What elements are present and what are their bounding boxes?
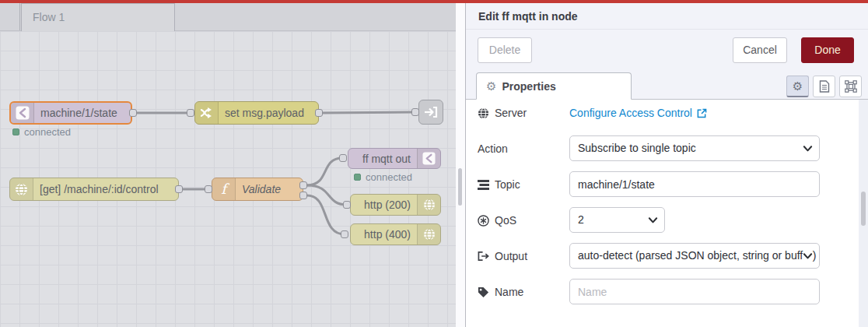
- node-label: Validate: [236, 178, 303, 200]
- node-http-in[interactable]: [get] /machine/:id/control: [9, 178, 179, 201]
- status-dot-connected: [12, 128, 19, 135]
- document-icon: [819, 80, 830, 93]
- chevron-down-icon: [803, 144, 813, 153]
- globe-icon: [478, 107, 489, 119]
- node-http-response-200[interactable]: http (200): [350, 194, 441, 216]
- qos-label: QoS: [478, 213, 516, 227]
- node-status: connected: [12, 126, 71, 138]
- panel-header: Edit ff mqtt in node: [466, 3, 868, 30]
- node-label: http (400): [351, 224, 417, 244]
- configure-access-control-link[interactable]: Configure Access Control: [569, 106, 707, 120]
- delete-button[interactable]: Delete: [478, 37, 532, 63]
- mqtt-out-icon: [417, 149, 440, 168]
- server-label: Server: [478, 106, 527, 120]
- node-function[interactable]: f Validate: [212, 178, 303, 201]
- globe-icon: [10, 178, 33, 200]
- output-label: Output: [478, 249, 527, 263]
- output-port-2[interactable]: [299, 192, 307, 199]
- input-port[interactable]: [187, 109, 194, 117]
- properties-form: Server Configure Access Control Action S…: [466, 100, 859, 327]
- topic-list-icon: [478, 180, 489, 190]
- status-text: connected: [366, 171, 412, 183]
- panel-splitter[interactable]: [456, 3, 465, 327]
- node-status: connected: [354, 171, 412, 183]
- topic-input[interactable]: [569, 171, 820, 197]
- qos-icon: [478, 215, 489, 227]
- output-port-1[interactable]: [299, 181, 307, 189]
- mqtt-in-icon: [11, 103, 34, 123]
- change-icon: [195, 102, 219, 124]
- chevron-down-icon: [648, 216, 658, 225]
- edit-node-panel: Edit ff mqtt in node Delete Cancel Done …: [465, 3, 868, 327]
- node-link-out[interactable]: [418, 100, 443, 125]
- link-out-icon: [419, 100, 443, 124]
- globe-icon: [417, 195, 440, 215]
- node-label: set msg.payload: [219, 102, 318, 124]
- status-dot-connected: [354, 174, 361, 181]
- description-tab-button[interactable]: [813, 76, 835, 97]
- name-input[interactable]: [569, 279, 820, 304]
- tab-properties-label: Properties: [502, 80, 555, 93]
- qos-select[interactable]: 2: [569, 207, 665, 233]
- flow-canvas[interactable]: Flow 1 machine/1/state connected: [0, 3, 456, 327]
- panel-toolbar: Delete Cancel Done: [466, 30, 868, 72]
- topic-label: Topic: [478, 178, 520, 192]
- input-port[interactable]: [411, 108, 419, 116]
- tag-icon: [478, 287, 489, 298]
- gear-icon: ⚙: [793, 80, 803, 92]
- node-label: http (200): [351, 195, 417, 215]
- cancel-button[interactable]: Cancel: [733, 37, 787, 63]
- wire[interactable]: [307, 185, 347, 205]
- output-select[interactable]: auto-detect (parsed JSON object, string …: [569, 243, 820, 269]
- input-port[interactable]: [341, 230, 348, 238]
- node-mqtt-out[interactable]: ff mqtt out: [348, 148, 441, 169]
- top-accent-bar: [0, 0, 868, 3]
- action-label: Action: [478, 142, 508, 156]
- properties-tab-button[interactable]: ⚙: [786, 76, 809, 97]
- gear-icon: ⚙: [486, 80, 496, 92]
- external-link-icon: [697, 108, 707, 118]
- status-text: connected: [24, 126, 71, 138]
- output-port[interactable]: [129, 109, 137, 117]
- wire[interactable]: [307, 195, 345, 234]
- node-red-editor: Flow 1 machine/1/state connected: [0, 0, 868, 327]
- node-label: ff mqtt out: [348, 149, 417, 168]
- output-port[interactable]: [315, 109, 323, 117]
- chevron-down-icon: [803, 251, 813, 261]
- done-button[interactable]: Done: [801, 37, 854, 63]
- panel-title: Edit ff mqtt in node: [466, 3, 868, 23]
- input-port[interactable]: [339, 154, 347, 162]
- globe-icon: [417, 224, 440, 244]
- panel-tabbar: ⚙ Properties ⚙: [466, 72, 868, 100]
- node-mqtt-in[interactable]: machine/1/state: [9, 101, 132, 125]
- node-http-response-400[interactable]: http (400): [350, 223, 441, 245]
- panel-scrollbar-thumb[interactable]: [861, 192, 866, 226]
- input-port[interactable]: [343, 201, 351, 209]
- appearance-tab-button[interactable]: [839, 76, 862, 97]
- appearance-icon: [845, 80, 857, 93]
- node-label: [get] /machine/:id/control: [33, 178, 178, 200]
- name-label: Name: [478, 285, 523, 299]
- canvas-scrollbar[interactable]: [458, 168, 462, 206]
- panel-scrollbar-track[interactable]: [859, 100, 868, 327]
- node-change[interactable]: set msg.payload: [194, 101, 319, 125]
- input-port[interactable]: [205, 185, 212, 193]
- tab-properties[interactable]: ⚙ Properties: [476, 72, 632, 100]
- action-select[interactable]: Subscribe to single topic: [569, 135, 820, 161]
- function-icon: f: [212, 178, 236, 200]
- sign-out-icon: [478, 251, 489, 262]
- wire[interactable]: [307, 158, 342, 185]
- output-port[interactable]: [175, 185, 183, 193]
- wire[interactable]: [323, 112, 415, 113]
- node-label: machine/1/state: [34, 103, 131, 123]
